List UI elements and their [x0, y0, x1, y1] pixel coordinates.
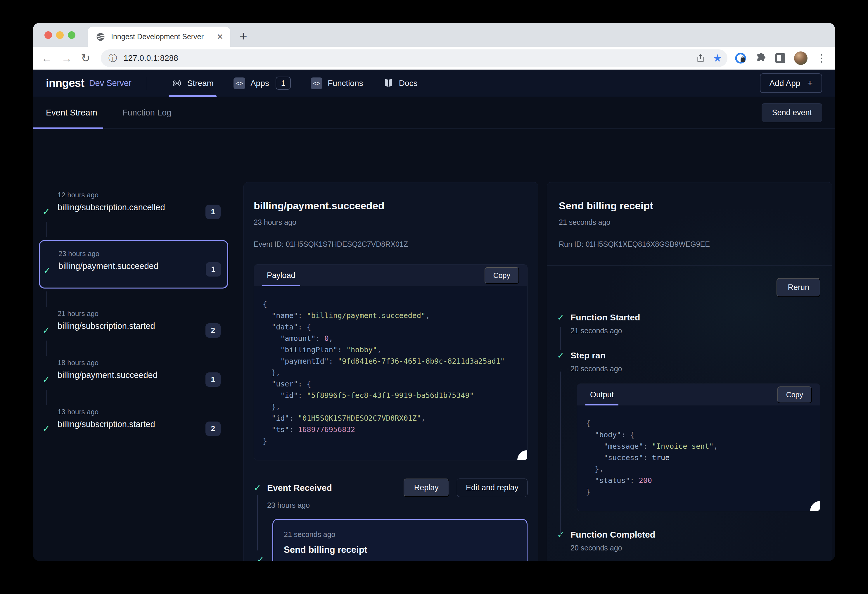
- payload-card: Payload Copy { "name": "billing/payment.…: [254, 264, 527, 460]
- extensions-puzzle-icon[interactable]: [756, 53, 766, 64]
- event-name: billing/subscription.started: [58, 321, 221, 331]
- check-icon: ✓: [42, 325, 50, 336]
- profile-avatar[interactable]: [794, 52, 807, 65]
- event-name: billing/subscription.cancelled: [58, 202, 221, 212]
- traffic-minimize-button[interactable]: [56, 31, 64, 39]
- function-run-card[interactable]: ✓ 21 seconds ago Send billing receipt Ru…: [272, 519, 527, 561]
- nav-item-apps[interactable]: <> Apps 1: [224, 69, 301, 97]
- plus-icon: +: [807, 78, 813, 89]
- output-card: Output Copy { "body": { "message": "Invo…: [577, 384, 820, 511]
- nav-item-stream[interactable]: Stream: [162, 69, 224, 97]
- timeline-entry-step-ran: ✓ Step ran 20 seconds ago: [557, 350, 820, 373]
- step-time: 20 seconds ago: [570, 544, 820, 552]
- event-detail-panel: billing/payment.succeeded 23 hours ago E…: [244, 182, 538, 561]
- event-list-item[interactable]: ✓ 12 hours ago billing/subscription.canc…: [39, 191, 228, 219]
- run-detail-title: Send billing receipt: [559, 200, 820, 212]
- tab-payload[interactable]: Payload: [262, 264, 300, 286]
- nav-label-functions: Functions: [328, 78, 363, 88]
- run-detail-run-id: Run ID: 01H5SQK1XEQ816X8GSB9WEG9EE: [559, 240, 820, 248]
- site-info-icon[interactable]: ⓘ: [108, 52, 117, 64]
- step-label: Function Completed: [570, 530, 655, 539]
- run-detail-header: Send billing receipt 21 seconds ago Run …: [547, 182, 832, 266]
- rerun-button[interactable]: Rerun: [776, 278, 820, 297]
- side-panel-icon[interactable]: [775, 53, 785, 63]
- event-list: ✓ 12 hours ago billing/subscription.canc…: [39, 191, 228, 436]
- event-received-label: Event Received: [267, 483, 332, 493]
- event-received-time: 23 hours ago: [267, 501, 527, 510]
- nav-label-docs: Docs: [399, 78, 418, 88]
- browser-menu-icon[interactable]: ⋮: [816, 52, 827, 64]
- timeline-connector: [46, 222, 47, 237]
- replay-button[interactable]: Replay: [404, 479, 449, 497]
- event-count-badge: 2: [205, 421, 221, 436]
- forward-icon[interactable]: →: [61, 52, 72, 65]
- edit-and-replay-button[interactable]: Edit and replay: [457, 479, 527, 497]
- nav-item-functions[interactable]: <> Functions: [301, 69, 373, 97]
- reload-icon[interactable]: ↻: [81, 52, 90, 65]
- event-list-item[interactable]: ✓ 13 hours ago billing/subscription.star…: [39, 408, 228, 436]
- resize-corner-icon[interactable]: [810, 501, 820, 511]
- timeline-connector: [46, 291, 47, 307]
- broadcast-icon: [171, 78, 182, 89]
- check-icon: ✓: [557, 350, 570, 361]
- timeline-connector: [560, 327, 561, 350]
- timeline-entry-function-completed: ✓ Function Completed 20 seconds ago: [557, 529, 820, 552]
- bookmark-star-icon[interactable]: ★: [713, 52, 722, 64]
- tab-output[interactable]: Output: [585, 384, 619, 405]
- timeline-connector: [46, 341, 47, 356]
- address-bar[interactable]: ⓘ 127.0.0.1:8288 ★: [101, 49, 728, 67]
- apps-count-badge: 1: [276, 77, 291, 90]
- event-count-badge: 2: [205, 323, 221, 338]
- close-tab-icon[interactable]: ✕: [217, 32, 223, 41]
- event-name: billing/payment.succeeded: [58, 370, 221, 380]
- event-time: 13 hours ago: [58, 408, 221, 416]
- check-icon: ✓: [43, 265, 51, 276]
- tab-title: Inngest Development Server: [111, 33, 217, 41]
- book-icon: [383, 78, 394, 89]
- header-divider: [147, 77, 147, 90]
- add-app-button[interactable]: Add App +: [760, 73, 822, 93]
- copy-output-button[interactable]: Copy: [777, 386, 812, 403]
- traffic-close-button[interactable]: [44, 31, 52, 39]
- run-card-title: Send billing receipt: [284, 545, 516, 555]
- back-icon[interactable]: ←: [41, 52, 52, 65]
- event-time: 21 hours ago: [58, 310, 221, 318]
- check-icon: ✓: [42, 423, 50, 434]
- nav-item-docs[interactable]: Docs: [373, 69, 428, 97]
- traffic-zoom-button[interactable]: [68, 31, 75, 39]
- check-icon: ✓: [254, 483, 267, 493]
- run-detail-time: 21 seconds ago: [559, 218, 820, 226]
- brand: inngest Dev Server: [46, 69, 131, 97]
- new-tab-button[interactable]: +: [239, 28, 247, 44]
- event-list-item-selected[interactable]: ✓ 23 hours ago billing/payment.succeeded…: [39, 240, 228, 288]
- functions-icon: <>: [311, 77, 322, 89]
- payload-card-header: Payload Copy: [254, 264, 527, 286]
- tab-function-log[interactable]: Function Log: [123, 108, 171, 118]
- event-list-item[interactable]: ✓ 21 hours ago billing/subscription.star…: [39, 310, 228, 338]
- toolbar-right-icons: ⋮: [734, 52, 827, 65]
- step-time: 20 seconds ago: [570, 365, 820, 373]
- step-time: 21 seconds ago: [570, 327, 820, 335]
- browser-tab[interactable]: Inngest Development Server ✕: [88, 27, 230, 47]
- add-app-label: Add App: [769, 78, 800, 88]
- event-count-badge: 1: [205, 372, 221, 387]
- event-list-item[interactable]: ✓ 18 hours ago billing/payment.succeeded…: [39, 359, 228, 387]
- step-label: Function Started: [570, 312, 640, 322]
- tab-event-stream[interactable]: Event Stream: [46, 108, 97, 118]
- send-event-button[interactable]: Send event: [762, 103, 822, 122]
- output-card-header: Output Copy: [577, 384, 820, 405]
- resize-corner-icon[interactable]: [517, 450, 527, 460]
- password-manager-icon[interactable]: [734, 52, 747, 64]
- event-name: billing/subscription.started: [58, 420, 221, 429]
- dev-server-label: Dev Server: [89, 78, 131, 88]
- browser-tabstrip: Inngest Development Server ✕ +: [33, 23, 835, 47]
- event-count-badge: 1: [206, 262, 221, 276]
- output-code: { "body": { "message": "Invoice sent", "…: [577, 405, 820, 511]
- check-icon: ✓: [42, 206, 50, 217]
- url-text[interactable]: 127.0.0.1:8288: [124, 53, 696, 63]
- share-icon[interactable]: [696, 53, 705, 63]
- timeline-connector: [46, 390, 47, 405]
- copy-payload-button[interactable]: Copy: [484, 267, 519, 284]
- inngest-app: inngest Dev Server Stream <>: [33, 69, 835, 561]
- payload-code: { "name": "billing/payment.succeeded", "…: [254, 286, 527, 460]
